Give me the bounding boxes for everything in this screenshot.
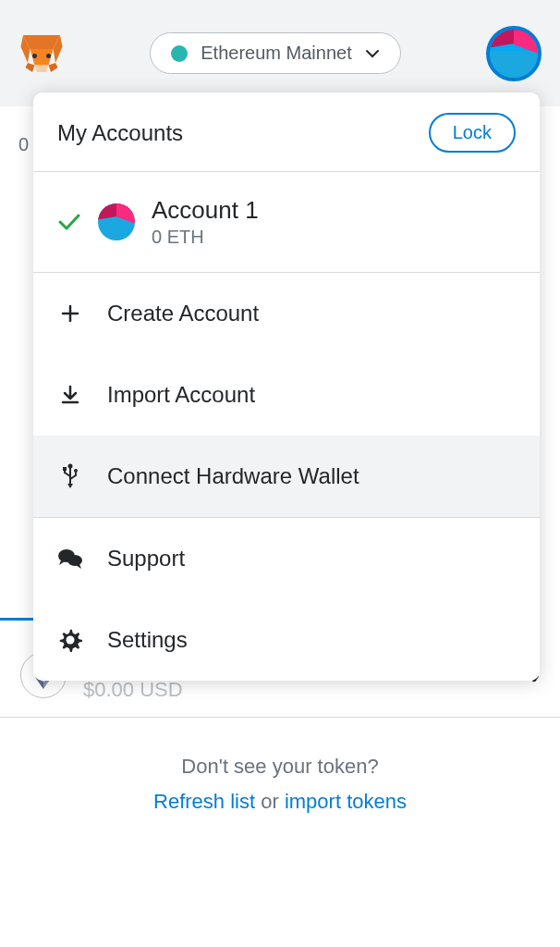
account-balance: 0 ETH bbox=[152, 227, 259, 248]
menu-label: Settings bbox=[107, 627, 188, 653]
chevron-down-icon bbox=[365, 49, 380, 58]
check-icon bbox=[57, 213, 81, 231]
settings-item[interactable]: Settings bbox=[33, 599, 540, 681]
metamask-fox-logo bbox=[18, 31, 65, 77]
chat-icon bbox=[57, 547, 83, 570]
svg-point-17 bbox=[67, 555, 82, 566]
support-item[interactable]: Support bbox=[33, 518, 540, 599]
menu-label: Create Account bbox=[107, 301, 259, 326]
refresh-list-link[interactable]: Refresh list bbox=[153, 790, 255, 813]
network-label: Ethereum Mainnet bbox=[201, 43, 351, 64]
footer-or: or bbox=[261, 790, 279, 813]
connect-hardware-item[interactable]: Connect Hardware Wallet bbox=[33, 436, 540, 517]
account-avatar-small bbox=[98, 203, 135, 240]
account-avatar-button[interactable] bbox=[486, 26, 542, 81]
download-icon bbox=[59, 384, 81, 406]
menu-label: Support bbox=[107, 546, 185, 572]
svg-point-8 bbox=[46, 54, 51, 58]
network-selector[interactable]: Ethereum Mainnet bbox=[150, 32, 400, 74]
svg-point-18 bbox=[67, 636, 75, 645]
footer-prompt: Don't see your token? bbox=[18, 755, 542, 779]
import-account-item[interactable]: Import Account bbox=[33, 354, 540, 436]
svg-marker-5 bbox=[49, 63, 58, 72]
svg-point-13 bbox=[68, 464, 73, 469]
create-account-item[interactable]: Create Account bbox=[33, 273, 540, 354]
lock-button[interactable]: Lock bbox=[429, 113, 516, 153]
svg-point-7 bbox=[32, 54, 37, 58]
dropdown-header: My Accounts Lock bbox=[33, 92, 540, 171]
gear-icon bbox=[57, 627, 83, 653]
app-header: Ethereum Mainnet bbox=[0, 0, 560, 106]
usb-icon bbox=[61, 463, 79, 489]
account-name: Account 1 bbox=[152, 196, 259, 225]
svg-marker-6 bbox=[35, 65, 49, 72]
svg-marker-4 bbox=[26, 63, 35, 72]
menu-label: Connect Hardware Wallet bbox=[107, 463, 359, 489]
token-fiat: $0.00 USD bbox=[83, 678, 515, 702]
accounts-dropdown: My Accounts Lock Account 1 0 ETH Create … bbox=[33, 92, 540, 681]
footer: Don't see your token? Refresh list or im… bbox=[0, 718, 560, 832]
plus-icon bbox=[59, 302, 81, 325]
account-row-1[interactable]: Account 1 0 ETH bbox=[33, 172, 540, 272]
import-tokens-link[interactable]: import tokens bbox=[285, 790, 407, 813]
network-status-dot bbox=[171, 45, 188, 62]
dropdown-title: My Accounts bbox=[57, 120, 183, 146]
svg-point-15 bbox=[74, 469, 78, 473]
menu-label: Import Account bbox=[107, 382, 255, 408]
svg-rect-14 bbox=[63, 467, 67, 471]
